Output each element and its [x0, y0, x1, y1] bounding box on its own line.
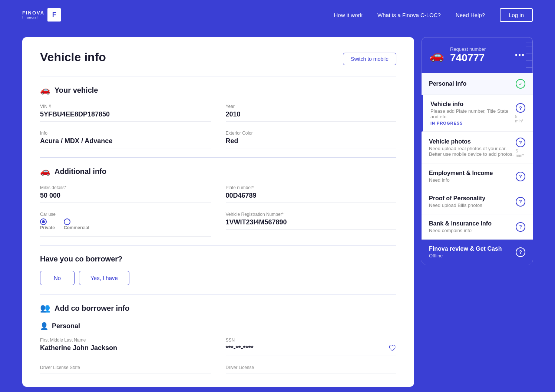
step-employment[interactable]: Employment & Income Need info ?	[422, 164, 533, 189]
step-vehicle-info[interactable]: Vehicle info Please add Plate number, Ti…	[422, 95, 533, 132]
additional-info-title: Additional info	[54, 167, 106, 176]
personal-sub-header: 👤 Personal	[40, 322, 396, 330]
step-vehicle-photos-icon: ?	[516, 138, 525, 147]
section-divider-3	[40, 246, 396, 246]
step-proof-icon: ?	[516, 197, 525, 207]
vehicle-icon: 🚗	[40, 85, 50, 95]
full-name-value: Katherine John Jackson	[40, 344, 211, 352]
step-vehicle-photos[interactable]: Vehicle photos Need upload real photos o…	[422, 132, 533, 164]
nav-how-it-work[interactable]: How it work	[334, 12, 363, 18]
step-finova-review-text: Finova review & Get Cash Offline	[429, 246, 502, 258]
miles-value: 50 000	[40, 192, 211, 200]
step-employment-text: Employment & Income Need info	[429, 170, 493, 183]
radio-private-label: Private	[40, 225, 55, 230]
step-employment-subtitle: Need info	[429, 177, 493, 183]
page-title: Vehicle info	[40, 50, 106, 64]
dl-state-field: Driver License State	[40, 365, 211, 373]
color-value: Red	[226, 137, 397, 145]
nav-need-help[interactable]: Need Help?	[456, 12, 485, 18]
panel-header: Vehicle info Switch to mobile	[40, 50, 396, 67]
radio-private-circle[interactable]	[40, 218, 47, 225]
year-field: Year 2010	[226, 104, 397, 122]
radio-commercial[interactable]: Commercial	[64, 218, 89, 230]
radio-commercial-circle[interactable]	[64, 218, 70, 225]
your-vehicle-title: Your vehicle	[54, 86, 98, 95]
step-finova-review-header: Finova review & Get Cash Offline ?	[429, 246, 525, 258]
step-vehicle-info-badge: IN PROGRESS	[430, 121, 515, 125]
your-vehicle-header: 🚗 Your vehicle	[40, 85, 396, 95]
year-label: Year	[226, 104, 397, 109]
car-use-field: Car use Private Commercial	[40, 212, 211, 237]
co-borrower-btn-group: No Yes, I have	[40, 271, 396, 285]
personal-icon: 👤	[40, 322, 48, 330]
co-borrower-icon: 👥	[40, 303, 50, 313]
step-proof-subtitle: Need upload Bills photos	[429, 202, 485, 208]
vrn-label: Vehicle Registration Number*	[226, 212, 397, 217]
co-borrower-section: Have you co borrower? No Yes, I have	[40, 255, 396, 285]
step-vehicle-photos-title: Vehicle photos	[429, 138, 516, 145]
step-finova-review[interactable]: Finova review & Get Cash Offline ?	[422, 240, 533, 264]
color-label: Exterior Color	[226, 131, 397, 136]
step-vehicle-info-time: 5 min*	[515, 114, 525, 123]
step-bank-text: Bank & Insurance Info Need compains info	[429, 220, 492, 233]
color-field: Exterior Color Red	[226, 131, 397, 148]
car-use-radio-group: Private Commercial	[40, 218, 211, 232]
request-more-icon[interactable]: •••	[515, 51, 525, 59]
request-label: Request number	[450, 46, 509, 52]
btn-yes[interactable]: Yes, I have	[79, 271, 129, 285]
step-bank[interactable]: Bank & Insurance Info Need compains info…	[422, 214, 533, 240]
vrn-field: Vehicle Registration Number* 1VWIT23I4M5…	[226, 212, 397, 237]
plate-label: Plate number*	[226, 185, 397, 190]
step-proof[interactable]: Proof of Personality Need upload Bills p…	[422, 189, 533, 214]
step-vehicle-info-subtitle: Please add Plate number, Title State and…	[430, 108, 515, 119]
logo-sub: financial	[22, 16, 44, 19]
main-panel: Vehicle info Switch to mobile 🚗 Your veh…	[22, 37, 414, 387]
co-borrower-question: Have you co borrower?	[40, 255, 396, 263]
step-vehicle-photos-subtitle: Need upload real photos of your car. Bet…	[429, 146, 516, 157]
switch-mobile-button[interactable]: Switch to mobile	[343, 53, 396, 65]
step-proof-text: Proof of Personality Need upload Bills p…	[429, 195, 485, 208]
dl-field: Driver License	[226, 365, 397, 373]
personal-fields: First Middle Last Name Katherine John Ja…	[40, 337, 396, 373]
step-employment-icon: ?	[516, 172, 525, 181]
plate-field: Plate number* 00D46789	[226, 185, 397, 203]
radio-private[interactable]: Private	[40, 218, 55, 230]
vin-value: 5YFBU4EE8DP187850	[40, 111, 211, 118]
nav-what-is-finova[interactable]: What is a Finova C-LOC?	[377, 12, 441, 18]
miles-field: Miles details* 50 000	[40, 185, 211, 203]
radio-commercial-label: Commercial	[64, 225, 89, 230]
steps-card: Personal info ✓ Vehicle info Please add …	[422, 73, 533, 264]
btn-no[interactable]: No	[40, 271, 75, 285]
request-info: Request number 740777	[450, 46, 509, 64]
request-card: 🚗 Request number 740777 •••	[422, 37, 533, 73]
ssn-field: SSN ***-**-**** 🛡	[226, 337, 397, 356]
ssn-label: SSN	[226, 337, 397, 343]
step-personal-info[interactable]: Personal info ✓	[422, 73, 533, 95]
your-vehicle-fields: VIN # 5YFBU4EE8DP187850 Year 2010 Info A…	[40, 104, 396, 148]
step-bank-header: Bank & Insurance Info Need compains info…	[429, 220, 525, 233]
content-wrapper: Vehicle info Switch to mobile 🚗 Your veh…	[0, 30, 555, 392]
request-number: 740777	[450, 52, 509, 64]
nav-links: How it work What is a Finova C-LOC? Need…	[334, 8, 533, 22]
step-bank-subtitle: Need compains info	[429, 228, 492, 233]
info-label: Info	[40, 131, 211, 136]
request-car-icon: 🚗	[429, 48, 444, 62]
vin-label: VIN #	[40, 104, 211, 109]
login-button[interactable]: Log in	[500, 8, 533, 22]
step-proof-header: Proof of Personality Need upload Bills p…	[429, 195, 525, 208]
vrn-value: 1VWIT23I4M567890	[226, 218, 397, 226]
step-employment-header: Employment & Income Need info ?	[429, 170, 525, 183]
step-vehicle-info-icon: ?	[516, 103, 525, 113]
info-value: Acura / MDX / Advance	[40, 137, 211, 145]
step-vehicle-photos-header: Vehicle photos Need upload real photos o…	[429, 138, 525, 158]
personal-sub-title: Personal	[52, 322, 80, 330]
co-borrower-personal: 👤 Personal First Middle Last Name Kather…	[40, 322, 396, 373]
step-vehicle-info-header: Vehicle info Please add Plate number, Ti…	[430, 101, 525, 125]
step-bank-title: Bank & Insurance Info	[429, 220, 492, 227]
step-bank-icon: ?	[516, 222, 525, 232]
logo-text: FINOVA	[22, 10, 44, 16]
ticket-edge	[526, 37, 532, 73]
additional-icon: 🚗	[40, 167, 50, 176]
full-name-label: First Middle Last Name	[40, 337, 211, 343]
co-borrower-info-title: Add co borrower info	[54, 304, 129, 313]
